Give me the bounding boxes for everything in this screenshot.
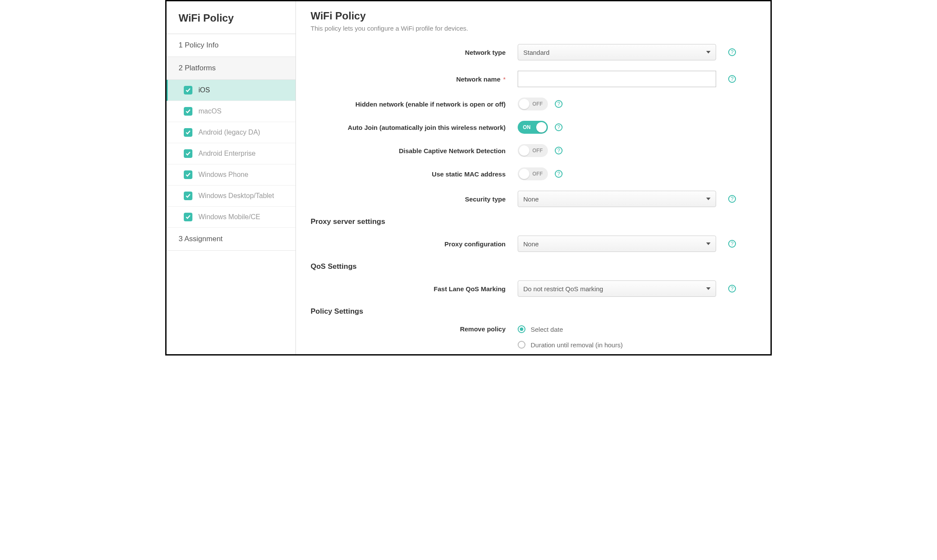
platform-ios[interactable]: iOS [167, 80, 296, 101]
toggle-knob [519, 99, 529, 109]
platform-label: iOS [198, 86, 210, 94]
check-icon [184, 149, 192, 158]
check-icon [184, 86, 192, 94]
platform-label: macOS [198, 107, 221, 115]
toggle-static-mac[interactable]: OFF [518, 167, 548, 180]
select-network-type[interactable]: Standard [518, 44, 716, 60]
platform-windows-phone[interactable]: Windows Phone [167, 164, 296, 186]
platform-windows-desktop[interactable]: Windows Desktop/Tablet [167, 186, 296, 207]
page-subtitle: This policy lets you configure a WiFi pr… [311, 25, 756, 32]
check-icon [184, 128, 192, 137]
help-icon[interactable]: ? [728, 195, 736, 203]
label-hidden-network: Hidden network (enable if network is ope… [311, 101, 518, 108]
platform-label: Windows Phone [198, 171, 248, 179]
radio-label: Select date [531, 326, 563, 333]
platform-macos[interactable]: macOS [167, 101, 296, 122]
select-value: None [523, 240, 539, 248]
platform-label: Windows Desktop/Tablet [198, 192, 274, 200]
radio-icon [518, 341, 525, 349]
check-icon [184, 170, 192, 179]
sidebar: WiFi Policy 1 Policy Info 2 Platforms iO… [167, 1, 296, 354]
help-icon[interactable]: ? [728, 48, 736, 56]
step-assignment[interactable]: 3 Assignment [167, 228, 296, 251]
page-title: WiFi Policy [311, 10, 756, 22]
label-disable-captive: Disable Captive Network Detection [311, 147, 518, 154]
chevron-down-icon [706, 51, 711, 53]
toggle-knob [519, 169, 529, 179]
label-remove-policy: Remove policy [311, 325, 518, 333]
help-icon[interactable]: ? [728, 75, 736, 83]
select-value: Do not restrict QoS marking [523, 285, 603, 293]
check-icon [184, 107, 192, 116]
help-icon[interactable]: ? [555, 123, 563, 131]
toggle-knob [519, 145, 529, 156]
radio-icon [518, 325, 525, 333]
section-proxy: Proxy server settings [311, 217, 756, 226]
radio-duration[interactable]: Duration until removal (in hours) [518, 341, 623, 349]
label-static-mac: Use static MAC address [311, 170, 518, 178]
required-marker: * [501, 76, 506, 83]
chevron-down-icon [706, 287, 711, 290]
label-network-type: Network type [311, 49, 518, 56]
platform-label: Android (legacy DA) [198, 129, 260, 136]
sidebar-title: WiFi Policy [167, 1, 296, 34]
section-policy-settings: Policy Settings [311, 307, 756, 316]
help-icon[interactable]: ? [555, 147, 563, 154]
toggle-hidden-network[interactable]: OFF [518, 98, 548, 110]
platform-android-enterprise[interactable]: Android Enterprise [167, 143, 296, 164]
select-security-type[interactable]: None [518, 191, 716, 207]
select-value: None [523, 195, 539, 203]
help-icon[interactable]: ? [555, 100, 563, 108]
chevron-down-icon [706, 198, 711, 200]
select-proxy-config[interactable]: None [518, 236, 716, 252]
toggle-auto-join[interactable]: ON [518, 121, 548, 134]
platform-label: Android Enterprise [198, 150, 256, 157]
chevron-down-icon [706, 242, 711, 245]
toggle-knob [536, 122, 547, 132]
main-panel: WiFi Policy This policy lets you configu… [296, 1, 770, 354]
label-fast-lane: Fast Lane QoS Marking [311, 285, 518, 293]
platform-windows-mobile[interactable]: Windows Mobile/CE [167, 207, 296, 228]
help-icon[interactable]: ? [555, 170, 563, 178]
select-value: Standard [523, 49, 550, 56]
label-security-type: Security type [311, 195, 518, 203]
help-icon[interactable]: ? [728, 285, 736, 293]
input-network-name[interactable] [518, 71, 716, 87]
step-platforms[interactable]: 2 Platforms [167, 57, 296, 80]
toggle-disable-captive[interactable]: OFF [518, 144, 548, 157]
select-fast-lane[interactable]: Do not restrict QoS marking [518, 280, 716, 297]
help-icon[interactable]: ? [728, 240, 736, 248]
radio-select-date[interactable]: Select date [518, 325, 563, 333]
radio-label: Duration until removal (in hours) [531, 341, 623, 349]
label-proxy-config: Proxy configuration [311, 240, 518, 248]
step-policy-info[interactable]: 1 Policy Info [167, 34, 296, 57]
label-network-name: Network name * [311, 76, 518, 83]
platform-label: Windows Mobile/CE [198, 213, 260, 221]
section-qos: QoS Settings [311, 262, 756, 271]
label-auto-join: Auto Join (automatically join this wirel… [311, 124, 518, 131]
check-icon [184, 192, 192, 200]
check-icon [184, 213, 192, 221]
platform-android-legacy[interactable]: Android (legacy DA) [167, 122, 296, 143]
